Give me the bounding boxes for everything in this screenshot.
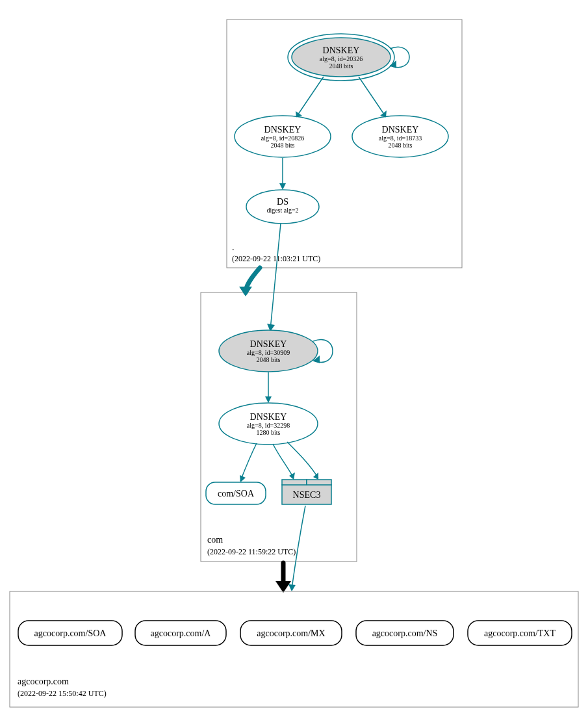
node-root-zsk1: DNSKEY alg=8, id=20826 2048 bits <box>235 116 331 157</box>
node-target-rr-3: agcocorp.com/NS <box>356 621 454 645</box>
edge-ds-comksk <box>267 224 281 331</box>
node-root-ds: DS digest alg=2 <box>246 190 319 224</box>
svg-text:alg=8, id=20326: alg=8, id=20326 <box>320 55 363 62</box>
svg-line-16 <box>359 77 386 117</box>
zone-name-com: com <box>207 535 223 545</box>
svg-marker-47 <box>275 581 291 593</box>
svg-text:DNSKEY: DNSKEY <box>264 125 301 135</box>
svg-text:2048 bits: 2048 bits <box>329 62 353 70</box>
svg-marker-46 <box>288 584 296 591</box>
svg-text:agcocorp.com/MX: agcocorp.com/MX <box>257 628 325 638</box>
node-target-rr-2: agcocorp.com/MX <box>240 621 342 645</box>
svg-text:agcocorp.com/TXT: agcocorp.com/TXT <box>484 628 556 638</box>
node-target-rr-1: agcocorp.com/A <box>135 621 226 645</box>
svg-line-14 <box>296 77 324 117</box>
svg-text:alg=8, id=18733: alg=8, id=18733 <box>379 135 422 142</box>
node-root-zsk2: DNSKEY alg=8, id=18733 2048 bits <box>352 116 448 157</box>
svg-text:DNSKEY: DNSKEY <box>382 125 419 135</box>
edge-com-ksk-zsk <box>265 372 272 403</box>
svg-marker-44 <box>289 472 295 480</box>
svg-text:2048 bits: 2048 bits <box>271 142 295 149</box>
svg-text:DS: DS <box>277 197 288 207</box>
svg-rect-40 <box>282 480 307 485</box>
svg-text:digest alg=2: digest alg=2 <box>266 207 298 214</box>
svg-text:2048 bits: 2048 bits <box>389 142 413 149</box>
svg-marker-25 <box>239 287 252 296</box>
edge-com-zsk-soa <box>240 443 257 482</box>
svg-text:com/SOA: com/SOA <box>218 489 255 498</box>
svg-text:alg=8, id=20826: alg=8, id=20826 <box>261 135 304 142</box>
zone-time-com: (2022-09-22 11:59:22 UTC) <box>207 547 296 556</box>
zone-name-root: . <box>232 242 235 252</box>
svg-text:alg=8, id=32298: alg=8, id=32298 <box>247 422 290 429</box>
svg-text:2048 bits: 2048 bits <box>257 356 281 363</box>
svg-text:NSEC3: NSEC3 <box>293 490 321 500</box>
svg-text:1280 bits: 1280 bits <box>257 429 281 436</box>
zone-time-root: (2022-09-22 11:03:21 UTC) <box>232 254 320 263</box>
dnssec-diagram: . (2022-09-22 11:03:21 UTC) DNSKEY alg=8… <box>0 0 588 711</box>
edge-root-zsk1-ds <box>279 158 286 190</box>
svg-marker-17 <box>380 110 387 117</box>
svg-marker-36 <box>265 396 272 403</box>
node-com-zsk: DNSKEY alg=8, id=32298 1280 bits <box>219 403 318 445</box>
zone-delegation-arrow-com-target <box>275 563 291 593</box>
edge-root-ksk-zsk2 <box>359 77 387 117</box>
svg-text:DNSKEY: DNSKEY <box>250 412 287 422</box>
zone-name-target: agcocorp.com <box>18 677 69 686</box>
node-root-ksk: DNSKEY alg=8, id=20326 2048 bits <box>288 34 394 81</box>
node-com-ksk: DNSKEY alg=8, id=30909 2048 bits <box>219 330 318 372</box>
svg-line-23 <box>270 224 281 330</box>
svg-text:DNSKEY: DNSKEY <box>250 339 287 349</box>
svg-text:alg=8, id=30909: alg=8, id=30909 <box>247 349 290 356</box>
node-target-rr-0: agcocorp.com/SOA <box>18 621 122 645</box>
edge-com-zsk-nsec3-a <box>273 444 295 480</box>
svg-marker-22 <box>279 183 286 190</box>
zone-delegation-arrow-root-com <box>239 268 260 296</box>
node-com-soa: com/SOA <box>206 482 266 504</box>
svg-rect-41 <box>307 480 331 485</box>
node-target-rr-4: agcocorp.com/TXT <box>468 621 572 645</box>
edge-root-ksk-zsk1 <box>296 77 324 117</box>
edge-com-zsk-nsec3-b <box>287 442 318 480</box>
svg-text:DNSKEY: DNSKEY <box>323 45 360 55</box>
zone-time-target: (2022-09-22 15:50:42 UTC) <box>18 689 107 698</box>
svg-text:agcocorp.com/SOA: agcocorp.com/SOA <box>34 628 107 638</box>
svg-text:agcocorp.com/NS: agcocorp.com/NS <box>372 628 438 638</box>
svg-text:agcocorp.com/A: agcocorp.com/A <box>151 628 212 638</box>
node-com-nsec3: NSEC3 <box>282 480 331 504</box>
svg-marker-15 <box>296 111 302 117</box>
